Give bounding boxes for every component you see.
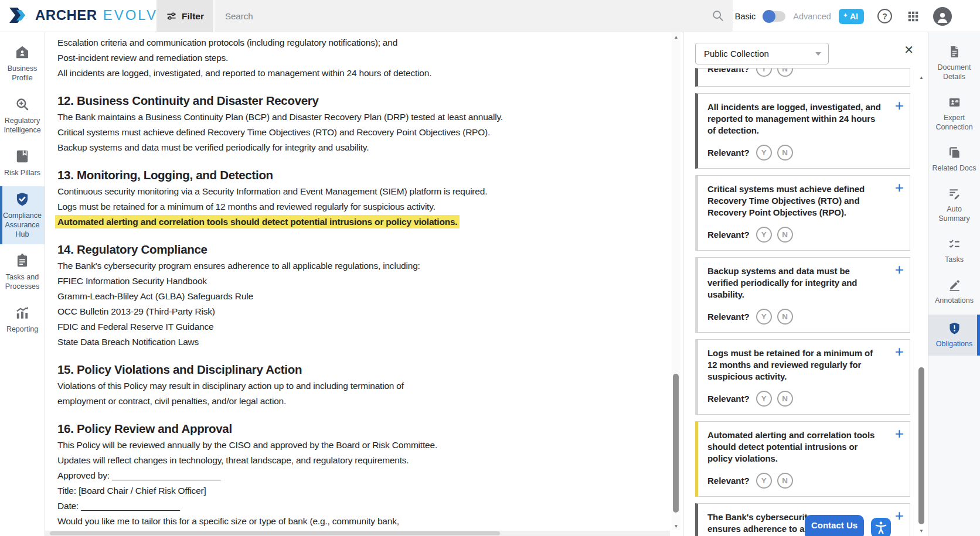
- nav-item-risk-pillars[interactable]: Risk Pillars: [0, 144, 45, 183]
- relevant-yes-button[interactable]: Y: [756, 68, 772, 77]
- tasks-icon: [948, 237, 961, 251]
- doc-line: Gramm-Leach-Bliley Act (GLBA) Safeguards…: [57, 289, 659, 304]
- left-nav-rail: Business Profile Regulatory Intelligence…: [0, 32, 45, 536]
- nav-label: Reporting: [2, 325, 43, 334]
- doc-line: Logs must be retained for a minimum of 1…: [57, 199, 659, 214]
- relevant-no-button[interactable]: N: [777, 473, 793, 489]
- tool-item-document-details[interactable]: Document Details: [928, 40, 980, 86]
- relevant-row: Relevant? Y N: [707, 68, 901, 77]
- search-input[interactable]: [215, 0, 733, 32]
- obligation-card: Critical systems must achieve defined Re…: [695, 175, 910, 251]
- relevant-no-button[interactable]: N: [777, 391, 793, 407]
- add-obligation-button[interactable]: +: [895, 344, 904, 359]
- doc-line: employment or contract, civil penalties,…: [57, 394, 659, 409]
- tool-item-tasks[interactable]: Tasks: [928, 233, 980, 269]
- relevant-yes-button[interactable]: Y: [756, 145, 772, 161]
- relevant-yes-button[interactable]: Y: [756, 473, 772, 489]
- nav-item-business-profile[interactable]: Business Profile: [0, 39, 45, 88]
- doc-line: Updates will reflect changes in technolo…: [57, 453, 659, 468]
- obligation-card-partial: Relevant? Y N: [695, 68, 910, 87]
- risk-pillars-icon: [15, 149, 30, 164]
- doc-line: Post-incident review and remediation ste…: [57, 50, 659, 66]
- relevant-label: Relevant?: [707, 230, 750, 240]
- contact-us-button[interactable]: Contact Us: [805, 515, 864, 536]
- obligation-text: Automated alerting and correlation tools…: [707, 429, 882, 465]
- add-obligation-button[interactable]: +: [895, 508, 904, 523]
- doc-heading: 13. Monitoring, Logging, and Detection: [57, 166, 659, 184]
- obligations-shield-icon: [948, 322, 961, 335]
- nav-item-reporting[interactable]: Reporting: [0, 300, 45, 339]
- tool-label: Related Docs: [931, 163, 978, 173]
- relevant-yes-button[interactable]: Y: [756, 391, 772, 407]
- doc-line: OCC Bulletin 2013-29 (Third-Party Risk): [57, 304, 659, 319]
- relevant-yes-button[interactable]: Y: [756, 227, 772, 243]
- doc-heading: 14. Regulatory Compliance: [57, 241, 659, 258]
- scroll-down-arrow[interactable]: ▼: [917, 528, 925, 534]
- document-vertical-scrollbar[interactable]: ▲ ▼: [672, 32, 680, 530]
- document-horizontal-scrollbar[interactable]: [45, 531, 670, 536]
- doc-line: The Bank's cybersecurity program ensures…: [57, 258, 659, 274]
- filter-sliders-icon: [166, 11, 177, 22]
- obligation-text: Critical systems must achieve defined Re…: [707, 183, 882, 219]
- doc-line: Violations of this Policy may result in …: [57, 378, 659, 394]
- toggle-knob[interactable]: [763, 10, 775, 23]
- add-obligation-button[interactable]: +: [895, 426, 904, 441]
- user-avatar[interactable]: [933, 7, 952, 26]
- document-viewer: Escalation criteria and communication pr…: [45, 32, 683, 536]
- search-icon[interactable]: [712, 9, 724, 22]
- close-panel-button[interactable]: ✕: [904, 44, 914, 56]
- ai-button[interactable]: ✦ AI: [839, 9, 864, 24]
- accessibility-widget-button[interactable]: [871, 518, 891, 536]
- help-icon[interactable]: ?: [877, 9, 892, 23]
- collection-dropdown[interactable]: Public Collection: [695, 43, 829, 64]
- relevant-no-button[interactable]: N: [777, 227, 793, 243]
- business-profile-icon: [15, 45, 30, 60]
- auto-summary-icon: [948, 187, 961, 200]
- scroll-down-arrow[interactable]: ▼: [672, 524, 680, 529]
- doc-line: All incidents are logged, investigated, …: [57, 66, 659, 81]
- sparkle-icon: ✦: [843, 12, 848, 19]
- basic-advanced-toggle[interactable]: [763, 11, 785, 22]
- doc-line: State Data Breach Notification Laws: [57, 334, 659, 350]
- document-details-icon: [948, 45, 961, 59]
- tasks-and-processes-icon: [15, 253, 30, 268]
- doc-line: FFIEC Information Security Handbook: [57, 274, 659, 289]
- topbar-controls: Basic Advanced ✦ AI ?: [735, 0, 952, 32]
- relevant-no-button[interactable]: N: [777, 145, 793, 161]
- tool-item-auto-summary[interactable]: Auto Summary: [928, 182, 980, 228]
- tool-item-expert-connection[interactable]: Expert Connection: [928, 91, 980, 136]
- document-content: Escalation criteria and communication pr…: [45, 32, 683, 529]
- add-obligation-button[interactable]: +: [895, 262, 904, 276]
- panel-vertical-scrollbar[interactable]: ▲ ▼: [917, 68, 925, 536]
- brand-primary-text: ARCHER: [35, 7, 97, 23]
- nav-item-tasks-and-processes[interactable]: Tasks and Processes: [0, 248, 45, 296]
- app-body: Business Profile Regulatory Intelligence…: [0, 32, 980, 536]
- scrollbar-thumb[interactable]: [918, 367, 924, 524]
- scrollbar-thumb[interactable]: [673, 374, 679, 513]
- relevant-yes-button[interactable]: Y: [756, 309, 772, 325]
- scrollbar-thumb[interactable]: [50, 531, 500, 535]
- nav-item-compliance-assurance-hub[interactable]: Compliance Assurance Hub: [0, 186, 45, 244]
- tool-item-related-docs[interactable]: Related Docs: [928, 141, 980, 177]
- ai-label: AI: [850, 12, 858, 21]
- advanced-mode-label: Advanced: [793, 12, 831, 21]
- reporting-icon: [15, 305, 30, 320]
- nav-item-regulatory-intelligence[interactable]: Regulatory Intelligence: [0, 91, 45, 140]
- add-obligation-button[interactable]: +: [895, 98, 904, 112]
- tool-item-annotations[interactable]: Annotations: [928, 274, 980, 310]
- scroll-up-arrow[interactable]: ▲: [672, 35, 680, 40]
- filter-button[interactable]: Filter: [156, 0, 215, 32]
- app-grid-icon[interactable]: [907, 10, 920, 23]
- scroll-up-arrow[interactable]: ▲: [917, 75, 925, 80]
- obligation-card: All incidents are logged, investigated, …: [695, 93, 910, 169]
- obligations-panel-header: Public Collection ✕: [683, 32, 928, 68]
- tool-item-obligations[interactable]: Obligations: [928, 315, 980, 356]
- doc-line: Backup systems and data must be verified…: [57, 140, 659, 155]
- highlighted-text: Automated alerting and correlation tools…: [55, 215, 460, 228]
- relevant-no-button[interactable]: N: [777, 309, 793, 325]
- nav-label: Business Profile: [2, 64, 43, 83]
- brand-secondary-text: EVOLV: [103, 7, 158, 23]
- archer-evolv-logo[interactable]: ARCHER EVOLV ™: [8, 6, 167, 24]
- relevant-no-button[interactable]: N: [777, 68, 793, 77]
- add-obligation-button[interactable]: +: [895, 180, 904, 194]
